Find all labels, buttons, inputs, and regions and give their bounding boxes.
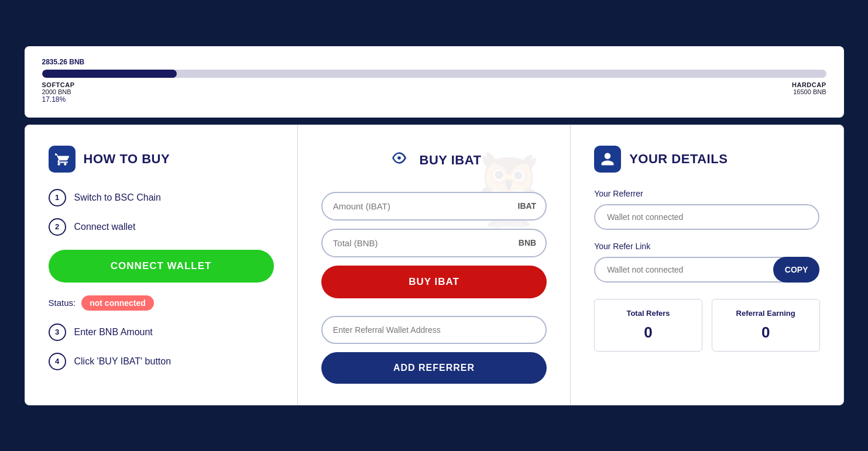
total-refers-label: Total Refers bbox=[604, 309, 692, 318]
amount-input-container: IBAT bbox=[321, 192, 547, 221]
step-number-2: 2 bbox=[49, 218, 66, 236]
referrer-label: Your Referrer bbox=[594, 189, 819, 198]
your-details-header: YOUR DETAILS bbox=[594, 146, 819, 173]
step-number-1: 1 bbox=[49, 189, 66, 206]
step-number-4: 4 bbox=[49, 353, 66, 370]
svg-point-0 bbox=[397, 156, 401, 160]
referral-section: ADD REFERRER bbox=[321, 316, 547, 384]
referral-wallet-input[interactable] bbox=[321, 316, 547, 344]
step-list-before: 1 Switch to BSC Chain 2 Connect wallet bbox=[49, 189, 274, 236]
total-refers-value: 0 bbox=[604, 323, 692, 342]
how-to-buy-header: HOW TO BUY bbox=[49, 146, 274, 173]
softcap-value: 2000 BNB bbox=[42, 88, 71, 95]
step-item-3: 3 Enter BNB Amount bbox=[49, 323, 274, 341]
progress-bar-fill bbox=[42, 70, 177, 78]
progress-percent: 17.18% bbox=[42, 95, 66, 104]
step-item-2: 2 Connect wallet bbox=[49, 218, 274, 236]
user-icon-box bbox=[594, 146, 621, 173]
step-text-4: Click 'BUY IBAT' button bbox=[74, 356, 171, 367]
total-refers-box: Total Refers 0 bbox=[594, 299, 702, 352]
cart-icon bbox=[54, 152, 70, 167]
progress-section: 2835.26 BNB SOFTCAP 2000 BNB 17.18% HARD… bbox=[25, 46, 844, 118]
amount-input[interactable] bbox=[321, 192, 547, 221]
progress-bar-container bbox=[42, 70, 826, 78]
hardcap-value: 16500 BNB bbox=[793, 88, 826, 95]
step-text-3: Enter BNB Amount bbox=[74, 327, 153, 338]
status-badge: not connected bbox=[81, 295, 154, 311]
user-icon bbox=[600, 152, 615, 167]
referral-earning-box: Referral Earning 0 bbox=[712, 299, 820, 352]
progress-bnb-amount: 2835.26 BNB bbox=[42, 58, 85, 66]
amount-suffix: IBAT bbox=[518, 201, 537, 211]
step-number-3: 3 bbox=[49, 323, 66, 341]
referral-earning-value: 0 bbox=[722, 323, 810, 342]
total-suffix: BNB bbox=[519, 238, 536, 247]
referral-earning-label: Referral Earning bbox=[722, 309, 810, 318]
add-referrer-button[interactable]: ADD REFERRER bbox=[321, 352, 547, 384]
hardcap-label: HARDCAP bbox=[792, 81, 826, 88]
softcap-label: SOFTCAP bbox=[42, 81, 75, 88]
stats-row: Total Refers 0 Referral Earning 0 bbox=[594, 299, 819, 352]
connect-wallet-button[interactable]: CONNECT WALLET bbox=[49, 250, 274, 283]
how-to-buy-panel: HOW TO BUY 1 Switch to BSC Chain 2 Conne… bbox=[25, 125, 298, 405]
step-text-2: Connect wallet bbox=[74, 222, 136, 232]
cart-icon-box bbox=[49, 146, 76, 173]
step-item-1: 1 Switch to BSC Chain bbox=[49, 189, 274, 206]
your-details-panel: YOUR DETAILS Your Referrer Your Refer Li… bbox=[571, 125, 843, 405]
panels-wrapper: HOW TO BUY 1 Switch to BSC Chain 2 Conne… bbox=[25, 125, 844, 405]
refer-link-label: Your Refer Link bbox=[594, 242, 819, 251]
status-row: Status: not connected bbox=[49, 295, 274, 311]
how-to-buy-title: HOW TO BUY bbox=[84, 152, 170, 167]
referrer-input[interactable] bbox=[594, 204, 819, 230]
total-input[interactable] bbox=[321, 229, 547, 257]
infinity-icon bbox=[387, 146, 411, 175]
your-details-title: YOUR DETAILS bbox=[629, 152, 728, 167]
step-item-4: 4 Click 'BUY IBAT' button bbox=[49, 353, 274, 370]
total-input-container: BNB bbox=[321, 229, 547, 257]
step-list-after: 3 Enter BNB Amount 4 Click 'BUY IBAT' bu… bbox=[49, 323, 274, 370]
step-text-1: Switch to BSC Chain bbox=[74, 192, 162, 203]
buy-ibat-panel: 🦉 BUY IBAT IBAT BNB BUY IB bbox=[298, 125, 571, 405]
refer-link-row: COPY bbox=[594, 257, 819, 283]
status-label: Status: bbox=[49, 298, 76, 308]
buy-ibat-button[interactable]: BUY IBAT bbox=[321, 266, 547, 298]
copy-button[interactable]: COPY bbox=[773, 257, 820, 283]
